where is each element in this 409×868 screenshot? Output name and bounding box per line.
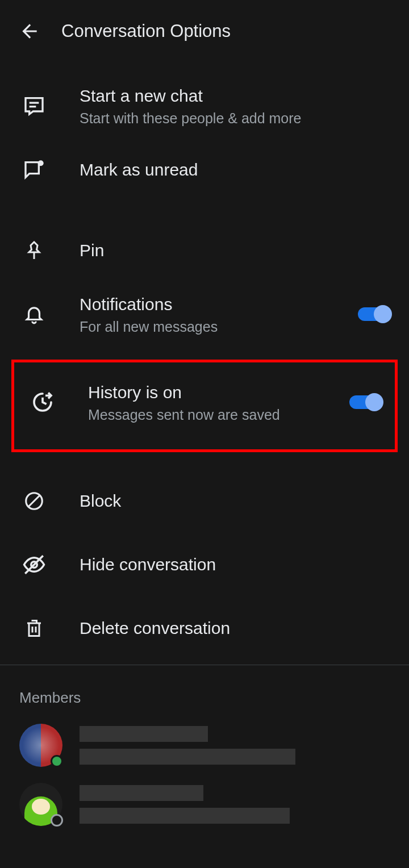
svg-line-6 (29, 495, 40, 506)
pin-item[interactable]: Pin (0, 219, 409, 282)
members-heading: Members (19, 689, 390, 707)
option-title: History is on (88, 381, 349, 404)
options-list: Start a new chat Start with these people… (0, 62, 409, 660)
option-title: Start a new chat (80, 84, 393, 108)
member-email-redacted (80, 749, 295, 765)
notifications-toggle[interactable] (358, 304, 393, 324)
option-subtitle: Messages sent now are saved (88, 406, 349, 424)
block-icon (23, 490, 45, 512)
member-name-redacted (80, 785, 203, 801)
avatar (19, 724, 62, 767)
svg-point-2 (38, 160, 44, 166)
eye-off-icon (22, 553, 46, 577)
notifications-item[interactable]: Notifications For all new messages (0, 282, 409, 347)
option-title: Mark as unread (80, 158, 393, 182)
option-title: Delete conversation (80, 616, 393, 640)
history-toggle[interactable] (349, 393, 385, 412)
trash-icon (24, 618, 44, 639)
delete-conversation-item[interactable]: Delete conversation (0, 596, 409, 660)
option-subtitle: Start with these people & add more (80, 109, 393, 128)
history-icon (31, 391, 54, 414)
back-button[interactable] (7, 9, 52, 54)
chat-icon (23, 94, 45, 117)
members-section: Members (0, 665, 409, 826)
member-email-redacted (80, 808, 290, 824)
arrow-back-icon (19, 20, 40, 42)
option-subtitle: For all new messages (80, 318, 358, 336)
member-row[interactable] (19, 724, 390, 767)
presence-offline-icon (51, 814, 63, 827)
member-row[interactable] (19, 783, 390, 826)
start-new-chat-item[interactable]: Start a new chat Start with these people… (0, 74, 409, 138)
block-item[interactable]: Block (0, 469, 409, 533)
option-title: Hide conversation (80, 553, 393, 577)
highlight-box: History is on Messages sent now are save… (11, 360, 398, 452)
mark-unread-item[interactable]: Mark as unread (0, 138, 409, 202)
avatar (19, 783, 62, 826)
bell-icon (23, 303, 45, 325)
mark-unread-icon (23, 158, 45, 181)
option-title: Notifications (80, 293, 358, 316)
header: Conversation Options (0, 0, 409, 62)
option-title: Pin (80, 239, 393, 262)
pin-icon (24, 240, 44, 261)
history-item[interactable]: History is on Messages sent now are save… (20, 376, 390, 424)
presence-online-icon (51, 755, 63, 767)
page-title: Conversation Options (61, 21, 231, 41)
hide-conversation-item[interactable]: Hide conversation (0, 533, 409, 596)
option-title: Block (80, 489, 393, 513)
member-name-redacted (80, 726, 208, 742)
